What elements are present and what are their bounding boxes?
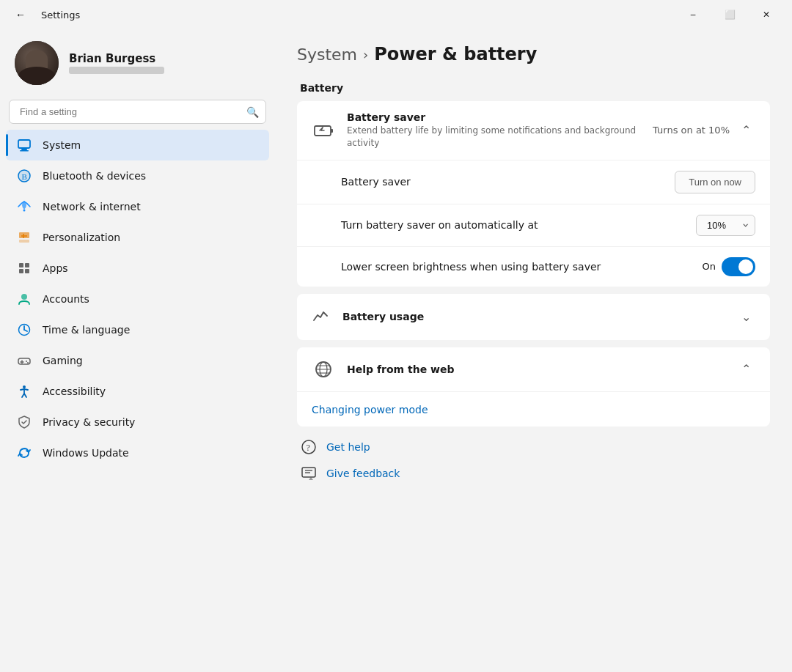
sidebar-item-time[interactable]: Time & language [6,314,269,345]
get-help-row[interactable]: ? Get help [300,438,770,456]
battery-saver-header-row: Battery saver Extend battery life by lim… [297,101,770,160]
sidebar-item-update[interactable]: Windows Update [6,437,269,468]
sidebar-item-accessibility[interactable]: Accessibility [6,376,269,407]
give-feedback-label: Give feedback [326,468,400,479]
battery-usage-icon [312,306,331,328]
help-collapse-button[interactable]: ⌃ [737,361,755,377]
user-subtitle [69,67,164,74]
window-controls: – ⬜ ✕ [676,3,783,26]
svg-point-22 [26,361,27,362]
battery-usage-row: Battery usage ⌄ [297,294,770,340]
window-title: Settings [41,10,80,21]
search-icon: 🔍 [246,106,259,118]
sidebar-label-privacy: Privacy & security [43,416,135,428]
brightness-row: Lower screen brightness when using batte… [297,247,770,287]
brightness-toggle[interactable] [722,257,755,276]
search-input[interactable] [9,100,266,124]
svg-point-24 [23,385,26,388]
user-section: Brian Burgess [6,29,269,100]
changing-power-mode-link[interactable]: Changing power mode [312,404,428,416]
turn-on-action: Turn on now [675,171,755,193]
svg-rect-8 [19,232,29,238]
accessibility-icon [16,383,32,399]
battery-saver-row-label: Battery saver [341,176,663,188]
sidebar-item-apps[interactable]: Apps [6,253,269,284]
brightness-label: Lower screen brightness when using batte… [341,261,691,273]
battery-saver-text: Battery saver Extend battery life by lim… [347,111,641,149]
brightness-toggle-action: On [703,257,755,276]
turn-on-button[interactable]: Turn on now [675,171,755,193]
minimize-button[interactable]: – [676,3,710,26]
percent-select-wrapper: 10% 15% 20% 25% Never [696,215,755,236]
battery-section-title: Battery [297,82,770,94]
battery-saver-icon [312,119,335,142]
svg-rect-14 [25,269,29,273]
battery-usage-expand-button[interactable]: ⌄ [737,309,755,325]
svg-point-15 [21,294,27,300]
auto-turn-on-label: Turn battery saver on automatically at [341,219,684,231]
percent-action: 10% 15% 20% 25% Never [696,215,755,236]
user-name: Brian Burgess [69,52,164,65]
svg-point-6 [23,210,26,212]
privacy-icon [16,414,32,430]
apps-icon [16,260,32,276]
sidebar-item-personalization[interactable]: Personalization [6,222,269,253]
sidebar-label-system: System [43,139,81,151]
sidebar-item-privacy[interactable]: Privacy & security [6,407,269,437]
maximize-button[interactable]: ⬜ [713,3,747,26]
title-bar: ← Settings – ⬜ ✕ [0,0,792,29]
sidebar-item-bluetooth[interactable]: B Bluetooth & devices [6,160,269,191]
battery-usage-title: Battery usage [342,311,725,322]
turns-on-status: Turns on at 10% [653,125,730,136]
get-help-label: Get help [326,441,370,453]
sidebar-label-accessibility: Accessibility [43,385,106,397]
svg-rect-26 [331,129,333,133]
sidebar-label-accounts: Accounts [43,293,89,305]
sidebar-label-network: Network & internet [43,201,141,213]
give-feedback-row[interactable]: Give feedback [300,465,770,482]
bottom-links: ? Get help Give feedback [297,438,770,482]
svg-rect-12 [25,263,29,267]
battery-saver-collapse-button[interactable]: ⌃ [737,122,755,139]
svg-text:B: B [22,172,27,181]
bluetooth-icon: B [16,168,32,184]
help-card: Help from the web ⌃ Changing power mode [297,347,770,427]
battery-saver-desc: Extend battery life by limiting some not… [347,125,641,149]
svg-rect-1 [21,149,27,150]
page-title: Power & battery [374,44,537,64]
sidebar: Brian Burgess 🔍 System B Bluetooth & dev [0,29,275,672]
battery-usage-card[interactable]: Battery usage ⌄ [297,294,770,340]
auto-turn-on-row: Turn battery saver on automatically at 1… [297,204,770,247]
sidebar-item-system[interactable]: System [6,130,269,160]
sidebar-item-gaming[interactable]: Gaming [6,345,269,376]
svg-line-18 [24,330,27,331]
help-title: Help from the web [347,363,454,375]
percent-select[interactable]: 10% 15% 20% 25% Never [696,215,755,236]
help-link-row: Changing power mode [297,392,770,427]
main-content: System › Power & battery Battery [275,29,792,672]
sidebar-label-update: Windows Update [43,447,129,459]
back-button[interactable]: ← [9,3,32,26]
close-button[interactable]: ✕ [749,3,783,26]
battery-saver-title: Battery saver [347,111,641,123]
system-icon [16,137,32,153]
breadcrumb: System › Power & battery [297,44,770,64]
help-header: Help from the web ⌃ [297,347,770,392]
battery-saver-row-text: Battery saver [341,176,663,188]
brightness-toggle-wrap: On [703,257,755,276]
brightness-text: Lower screen brightness when using batte… [341,261,691,273]
sidebar-label-gaming: Gaming [43,355,83,366]
accounts-icon [16,291,32,307]
sidebar-item-network[interactable]: Network & internet [6,191,269,222]
svg-rect-7 [19,240,29,243]
update-icon [16,445,32,461]
svg-rect-2 [20,150,29,152]
help-icon [312,358,335,381]
sidebar-label-apps: Apps [43,262,68,274]
gaming-icon [16,352,32,369]
give-feedback-icon [300,465,318,482]
auto-turn-on-text: Turn battery saver on automatically at [341,219,684,231]
brightness-toggle-label: On [703,261,716,272]
avatar [15,41,59,85]
sidebar-item-accounts[interactable]: Accounts [6,284,269,314]
